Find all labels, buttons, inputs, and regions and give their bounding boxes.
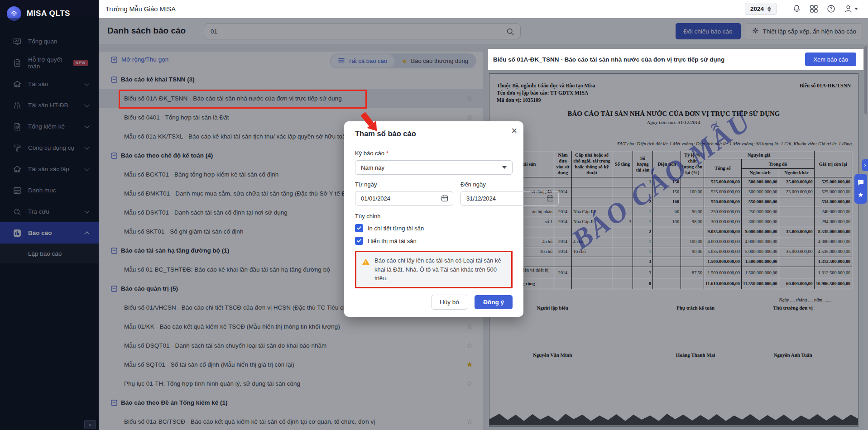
checkbox-label: Hiển thị mã tài sản bbox=[368, 238, 417, 244]
topbar: Trường Mẫu Giáo MISA 2024 bbox=[99, 0, 868, 18]
user-avatar-icon bbox=[843, 4, 853, 14]
floating-widget-panel[interactable] bbox=[854, 174, 867, 204]
to-date-field bbox=[460, 191, 559, 205]
notifications-bell-icon[interactable] bbox=[791, 4, 801, 14]
help-icon[interactable] bbox=[826, 4, 836, 14]
dialog-footer: Hủy bỏ Đồng ý bbox=[355, 295, 513, 310]
divider bbox=[784, 4, 784, 14]
period-value: Năm nay bbox=[361, 164, 384, 171]
calendar-icon[interactable] bbox=[546, 194, 554, 202]
org-title: Trường Mẫu Giáo MISA bbox=[106, 5, 176, 13]
topbar-actions: 2024 bbox=[745, 3, 858, 15]
to-date-label: Đến ngày bbox=[460, 181, 559, 188]
year-value: 2024 bbox=[750, 5, 764, 12]
warning-icon bbox=[361, 258, 370, 267]
from-date-field bbox=[355, 191, 453, 205]
user-menu[interactable] bbox=[843, 4, 858, 14]
chevron-down-icon bbox=[502, 166, 507, 169]
checkbox-show-asset-code[interactable]: Hiển thị mã tài sản bbox=[355, 237, 513, 245]
period-select[interactable]: Năm nay bbox=[355, 160, 513, 175]
chevron-down-icon bbox=[854, 8, 858, 10]
checkbox-print-detail[interactable]: In chi tiết từng tài sản bbox=[355, 224, 513, 232]
required-mark: * bbox=[386, 150, 388, 157]
from-date-label: Từ ngày bbox=[355, 181, 453, 188]
dialog-title: Tham số báo cáo bbox=[355, 129, 513, 138]
period-field-label: Kỳ báo cáo * bbox=[355, 150, 513, 157]
preview-title: Biểu số 01A-ĐK_TSNN - Báo cáo tài sản nh… bbox=[493, 56, 724, 63]
calendar-icon[interactable] bbox=[441, 194, 449, 202]
apps-grid-icon[interactable] bbox=[809, 4, 819, 14]
preview-header: Biểu số 01A-ĐK_TSNN - Báo cáo tài sản nh… bbox=[488, 49, 863, 70]
warning-text: Báo cáo chỉ lấy lên các tài sản có Loại … bbox=[374, 256, 506, 283]
year-spinner-icon[interactable] bbox=[767, 6, 771, 12]
support-chat-icon[interactable] bbox=[857, 179, 864, 186]
report-params-dialog: Tham số báo cáo × Kỳ báo cáo * Năm nay T… bbox=[344, 121, 523, 317]
ok-button[interactable]: Đồng ý bbox=[475, 295, 513, 309]
feedback-stars-icon[interactable] bbox=[857, 191, 864, 199]
checkbox-checked-icon[interactable] bbox=[355, 237, 363, 245]
fiscal-year-selector[interactable]: 2024 bbox=[745, 3, 777, 15]
date-range-fields: Từ ngày Đến ngày bbox=[355, 181, 513, 205]
cancel-button[interactable]: Hủy bỏ bbox=[432, 295, 467, 310]
from-date-input[interactable] bbox=[355, 195, 441, 202]
warning-note: Báo cáo chỉ lấy lên các tài sản có Loại … bbox=[355, 251, 513, 288]
to-date-input[interactable] bbox=[461, 195, 546, 202]
panel-expand-arrow[interactable]: › bbox=[862, 159, 868, 171]
period-label-text: Kỳ báo cáo bbox=[355, 150, 384, 157]
checkbox-checked-icon[interactable] bbox=[355, 224, 363, 232]
custom-section-label: Tùy chỉnh bbox=[355, 213, 513, 220]
checkbox-label: In chi tiết từng tài sản bbox=[368, 225, 424, 232]
close-icon[interactable]: × bbox=[511, 126, 517, 136]
view-report-button[interactable]: Xem báo cáo bbox=[805, 53, 856, 66]
brand-title: MISA QLTS bbox=[27, 9, 70, 18]
